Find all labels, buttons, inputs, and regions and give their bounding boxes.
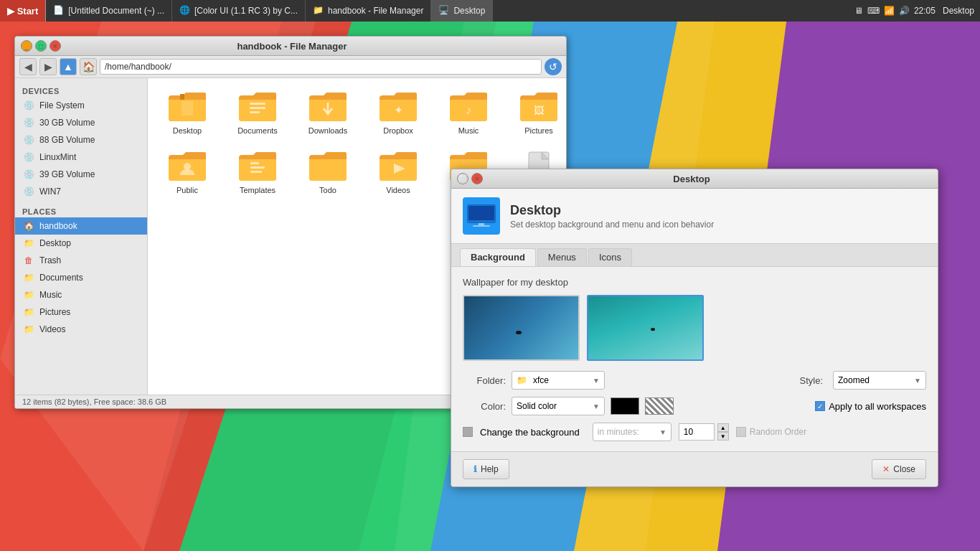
sidebar-item-win7[interactable]: 💿 WIN7	[15, 183, 147, 200]
apply-workspaces-label: Apply to all workspaces	[829, 401, 926, 412]
close-button-footer[interactable]: ✕ Close	[872, 459, 926, 479]
help-button[interactable]: ℹ Help	[463, 459, 509, 479]
dialog-app-title: Desktop	[510, 203, 714, 218]
folder-videos[interactable]: Videos	[366, 145, 430, 199]
svg-rect-23	[468, 206, 494, 220]
svg-rect-25	[473, 225, 490, 227]
sidebar-item-music[interactable]: 📁 Music	[15, 286, 147, 303]
trash-label: Trash	[39, 255, 61, 265]
folder-templates[interactable]: Templates	[225, 145, 290, 199]
sidebar-item-88gb[interactable]: 💿 88 GB Volume	[15, 131, 147, 149]
style-label: Style:	[799, 375, 823, 386]
folder-taskbar-icon: 📁	[313, 5, 324, 17]
svg-text:♪: ♪	[466, 104, 471, 116]
back-button[interactable]: ◀	[19, 58, 37, 75]
taskbar-btn-desktop[interactable]: 🖥️ Desktop	[431, 0, 493, 22]
forward-button[interactable]: ▶	[39, 58, 57, 75]
reload-button[interactable]: ↺	[545, 58, 562, 75]
dialog-close-titlebar-button[interactable]: ×	[471, 173, 483, 184]
sidebar-item-desktop[interactable]: 📁 Desktop	[15, 235, 147, 252]
up-button[interactable]: ▲	[60, 58, 77, 75]
wallpaper-section-label: Wallpaper for my desktop	[463, 277, 926, 288]
sidebar-item-videos[interactable]: 📁 Videos	[15, 321, 147, 338]
sidebar-item-documents[interactable]: 📁 Documents	[15, 269, 147, 286]
docs-sidebar-icon: 📁	[22, 271, 35, 284]
close-button[interactable]: ×	[50, 40, 61, 52]
tab-icons[interactable]: Icons	[588, 248, 632, 266]
tab-background[interactable]: Background	[460, 248, 536, 266]
step-up-button[interactable]: ▲	[717, 423, 729, 432]
change-bg-checkbox[interactable]	[463, 427, 473, 437]
sidebar-item-handbook[interactable]: 🏠 handbook	[15, 217, 147, 235]
color-select[interactable]: Solid color ▼	[512, 397, 605, 415]
filesystem-label: File System	[39, 100, 85, 110]
step-down-button[interactable]: ▼	[717, 432, 729, 441]
folder-downloads[interactable]: Downloads	[296, 85, 360, 139]
apply-workspaces-row: ✓ Apply to all workspaces	[815, 401, 926, 412]
change-bg-row: Change the background in minutes: ▼ 10 ▲…	[463, 423, 926, 441]
dialog-header: Desktop Set desktop background and menu …	[451, 189, 938, 244]
dialog-app-info: Desktop Set desktop background and menu …	[510, 203, 714, 230]
random-order-label: Random Order	[750, 427, 806, 437]
folder-todo[interactable]: Todo	[296, 145, 360, 199]
dialog-controls: ⬜ ×	[457, 173, 483, 184]
sidebar-item-filesystem[interactable]: 💿 File System	[15, 97, 147, 114]
folder-pictures[interactable]: 🖼 Pictures	[507, 85, 566, 139]
linuxmint-icon: 💿	[22, 151, 35, 164]
start-icon: ▶	[7, 6, 14, 17]
color-swatch-pattern[interactable]	[645, 397, 674, 415]
taskbar-btn-filemanager[interactable]: 📁 handbook - File Manager	[306, 0, 431, 22]
taskbar-desktop-label: Desktop	[453, 6, 485, 16]
desktop-sidebar-label: Desktop	[39, 238, 71, 248]
file-manager-title: handbook - File Manager	[61, 41, 523, 52]
change-bg-label: Change the background	[480, 427, 580, 438]
speaker-icon: 🔊	[899, 6, 910, 16]
color-swatch-solid[interactable]	[611, 397, 639, 415]
address-bar[interactable]: /home/handbook/	[100, 59, 542, 75]
wallpaper-1[interactable]	[463, 295, 580, 361]
folder-dropbox[interactable]: ✦ Dropbox	[366, 85, 430, 139]
sidebar-item-30gb[interactable]: 💿 30 GB Volume	[15, 114, 147, 131]
folder-icon-public	[167, 149, 207, 184]
in-minutes-select[interactable]: in minutes: ▼	[593, 423, 672, 441]
address-text: /home/handbook/	[105, 62, 171, 72]
svg-rect-12	[250, 111, 260, 113]
folder-label: Folder:	[463, 375, 506, 386]
devices-section-label: DEVICES	[15, 84, 147, 97]
folder-icon-todo	[308, 149, 348, 184]
folder-music-label: Music	[458, 126, 479, 135]
taskbar-btn-browser[interactable]: 🌐 [Color UI (1.1 RC 3) by C...	[172, 0, 306, 22]
dialog-title: Desktop	[483, 174, 900, 184]
taskbar-browser-label: [Color UI (1.1 RC 3) by C...	[194, 6, 298, 16]
folder-icon-desktop	[167, 90, 207, 124]
maximize-button[interactable]: □	[35, 40, 47, 52]
folder-music[interactable]: ♪ Music	[436, 85, 501, 139]
folder-public[interactable]: Public	[155, 145, 220, 199]
tab-menus[interactable]: Menus	[537, 248, 587, 266]
dialog-maximize-button[interactable]: ⬜	[457, 173, 468, 184]
color-label: Color:	[463, 401, 506, 412]
minimize-button[interactable]: _	[21, 40, 32, 52]
music-sidebar-label: Music	[39, 290, 62, 300]
sidebar-item-39gb[interactable]: 💿 39 GB Volume	[15, 166, 147, 183]
in-minutes-value: in minutes:	[598, 427, 639, 437]
start-button[interactable]: ▶ Start	[0, 0, 46, 22]
style-select[interactable]: Zoomed ▼	[833, 371, 926, 390]
random-order-checkbox[interactable]	[736, 427, 746, 437]
folder-desktop[interactable]: Desktop	[155, 85, 220, 139]
close-icon: ✕	[882, 464, 890, 474]
sidebar-item-linuxmint[interactable]: 💿 LinuxMint	[15, 149, 147, 166]
home-button[interactable]: 🏠	[80, 58, 97, 75]
sidebar-item-pictures[interactable]: 📁 Pictures	[15, 303, 147, 321]
apply-workspaces-checkbox[interactable]: ✓	[815, 401, 825, 411]
user-label: Desktop	[943, 6, 974, 16]
minutes-field[interactable]: 10	[679, 423, 715, 441]
taskbar-btn-doc[interactable]: 📄 [Untitled Document (~) ...	[46, 0, 172, 22]
folder-documents-label: Documents	[237, 126, 278, 135]
svg-rect-18	[250, 166, 265, 169]
sidebar-item-trash[interactable]: 🗑 Trash	[15, 252, 147, 269]
wallpaper-2[interactable]	[587, 295, 704, 361]
close-label: Close	[893, 464, 915, 474]
folder-documents[interactable]: Documents	[225, 85, 290, 139]
folder-select[interactable]: 📁 xfce ▼	[512, 371, 605, 390]
